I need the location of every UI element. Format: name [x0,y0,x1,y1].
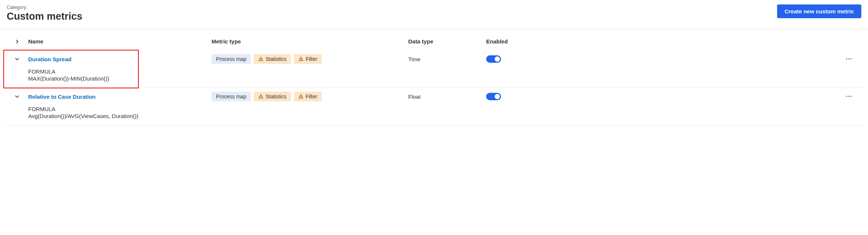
column-header-name: Name [26,38,212,45]
column-header-data-type: Data type [408,38,486,45]
category-label: Category [7,4,82,10]
expand-all-icon[interactable] [14,39,20,44]
warning-icon [258,56,263,62]
metric-name-link[interactable]: Relative to Case Duration [28,94,96,100]
svg-rect-7 [301,97,301,98]
column-header-enabled: Enabled [486,38,557,45]
svg-rect-4 [261,96,261,97]
warning-icon [298,56,304,62]
svg-rect-3 [301,60,301,60]
formula-label: FORMULA [28,106,860,112]
badge-process-map: Process map [212,92,251,101]
badge-statistics: Statistics [254,54,291,64]
chevron-down-icon[interactable] [14,94,20,99]
page-title: Custom metrics [7,11,82,22]
svg-rect-0 [261,58,261,59]
badge-filter-label: Filter [306,56,317,62]
create-new-custom-metric-button[interactable]: Create new custom metric [777,4,861,18]
badge-statistics-label: Statistics [266,94,286,99]
badge-process-map: Process map [212,54,251,64]
metric-row: Relative to Case Duration Process map St… [4,88,864,125]
badge-filter: Filter [294,92,322,101]
svg-rect-5 [261,97,261,98]
badge-filter-label: Filter [306,94,317,99]
metric-name-link[interactable]: Duration Spread [28,56,72,62]
data-type-value: Float [408,94,420,100]
formula-text: Avg(Duration())/AVG(ViewCases, Duration(… [28,113,860,119]
warning-icon [298,94,304,99]
svg-rect-2 [301,58,301,59]
svg-rect-6 [301,96,301,97]
badge-statistics: Statistics [254,92,291,101]
more-actions-icon[interactable]: ··· [846,93,852,101]
warning-icon [258,94,263,99]
formula-label: FORMULA [28,68,860,75]
badge-filter: Filter [294,54,322,64]
column-header-metric-type: Metric type [212,38,408,45]
data-type-value: Time [408,56,420,62]
svg-rect-1 [261,60,261,60]
table-header: Name Metric type Data type Enabled [4,29,864,50]
formula-text: MAX(Duration())-MIN(Duration()) [28,75,860,82]
enabled-toggle[interactable] [486,55,501,63]
chevron-down-icon[interactable] [14,56,20,62]
badge-statistics-label: Statistics [266,56,286,62]
metric-row: Duration Spread Process map Statistics F… [4,50,864,88]
enabled-toggle[interactable] [486,93,501,100]
more-actions-icon[interactable]: ··· [846,55,852,63]
